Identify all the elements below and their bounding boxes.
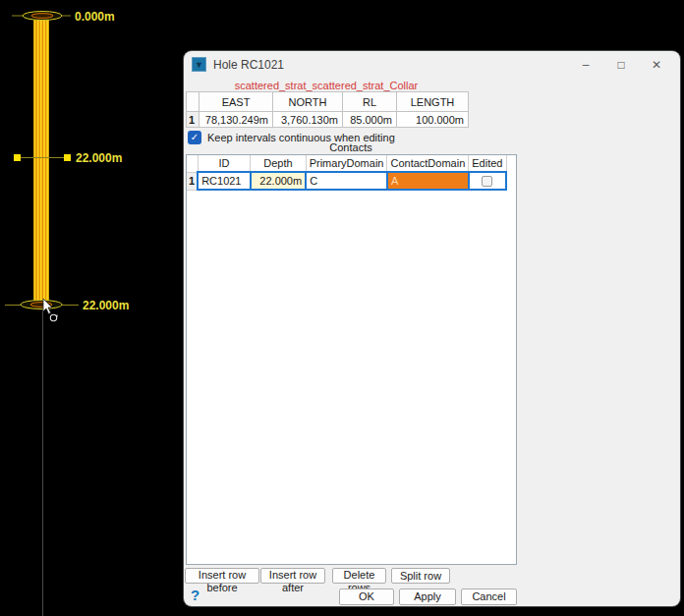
- depth-label-22-end: 22.000m: [83, 299, 129, 312]
- collar-source-label: scattered_strat_scattered_strat_Collar: [185, 80, 468, 91]
- contacts-col-edited[interactable]: Edited: [469, 155, 506, 172]
- dialog-titlebar[interactable]: ▼ Hole RC1021 – □ ✕: [184, 51, 680, 78]
- collar-header-row: EAST NORTH RL LENGTH: [187, 92, 469, 112]
- contacts-col-depth[interactable]: Depth: [251, 155, 306, 172]
- collar-north-cell[interactable]: 3,760.130m: [273, 112, 343, 128]
- collar-col-rl[interactable]: RL: [343, 92, 397, 112]
- contacts-data-row: 1 RC1021 22.000m C A: [187, 172, 506, 190]
- depth-marker-collar: 0.000m: [12, 10, 115, 24]
- contacts-header-row: ID Depth PrimaryDomain ContactDomain Edi…: [187, 155, 506, 172]
- drillhole-cylinder[interactable]: [33, 16, 49, 306]
- insert-row-before-button[interactable]: Insert row before: [185, 568, 259, 584]
- collar-col-east[interactable]: EAST: [200, 92, 273, 112]
- interval-handle-right[interactable]: [64, 154, 71, 161]
- interval-handle-left[interactable]: [14, 154, 21, 161]
- hole-dialog: ▼ Hole RC1021 – □ ✕ scattered_strat_scat…: [184, 51, 680, 606]
- hole-icon: ▼: [192, 57, 206, 72]
- help-button[interactable]: ?: [191, 587, 200, 603]
- collar-corner: [187, 92, 200, 112]
- contacts-row-number[interactable]: 1: [187, 172, 198, 190]
- contact-contactdomain-cell[interactable]: A: [387, 172, 469, 190]
- collar-row-number[interactable]: 1: [187, 112, 200, 128]
- contact-primarydomain-cell[interactable]: C: [306, 172, 387, 190]
- delete-rows-button[interactable]: Delete rows: [332, 568, 386, 584]
- dialog-title: Hole RC1021: [213, 58, 284, 72]
- collar-east-cell[interactable]: 78,130.249m: [200, 112, 273, 128]
- insert-row-after-button[interactable]: Insert row after: [260, 568, 325, 584]
- contact-depth-cell[interactable]: 22.000m: [251, 172, 306, 190]
- window-controls: – □ ✕: [568, 51, 674, 78]
- edited-checkbox[interactable]: [482, 176, 492, 187]
- drillhole-3d-view[interactable]: 0.000m 22.000m 22.000m: [0, 0, 193, 616]
- ok-button[interactable]: OK: [339, 588, 394, 605]
- contact-edited-cell: [469, 172, 506, 190]
- contacts-corner: [187, 155, 198, 172]
- contacts-table: ID Depth PrimaryDomain ContactDomain Edi…: [187, 155, 507, 191]
- maximize-button[interactable]: □: [603, 51, 639, 78]
- screen: 0.000m 22.000m 22.000m ▼ Hole RC1021: [0, 0, 684, 616]
- minimize-button[interactable]: –: [568, 51, 603, 78]
- cancel-button[interactable]: Cancel: [461, 588, 517, 605]
- depth-marker-end: 22.000m: [5, 299, 129, 312]
- contacts-panel: ID Depth PrimaryDomain ContactDomain Edi…: [186, 154, 517, 565]
- contacts-section-label: Contacts: [185, 141, 517, 153]
- depth-label-22-mid: 22.000m: [76, 151, 122, 165]
- collar-rl-cell[interactable]: 85.000m: [343, 112, 397, 128]
- depth-label-0: 0.000m: [75, 10, 115, 24]
- apply-button[interactable]: Apply: [399, 588, 456, 605]
- collar-col-north[interactable]: NORTH: [273, 92, 343, 112]
- close-button[interactable]: ✕: [639, 51, 674, 78]
- contacts-col-contactdomain[interactable]: ContactDomain: [387, 155, 469, 172]
- collar-table: EAST NORTH RL LENGTH 1 78,130.249m 3,760…: [186, 91, 469, 128]
- split-row-button[interactable]: Split row: [391, 568, 450, 584]
- collar-length-cell[interactable]: 100.000m: [397, 112, 469, 128]
- collar-data-row: 1 78,130.249m 3,760.130m 85.000m 100.000…: [187, 112, 469, 128]
- contact-id-cell[interactable]: RC1021: [198, 172, 251, 190]
- contacts-col-primarydomain[interactable]: PrimaryDomain: [306, 155, 387, 172]
- contacts-col-id[interactable]: ID: [198, 155, 251, 172]
- depth-marker-handle: 22.000m: [14, 151, 122, 165]
- collar-col-length[interactable]: LENGTH: [397, 92, 469, 112]
